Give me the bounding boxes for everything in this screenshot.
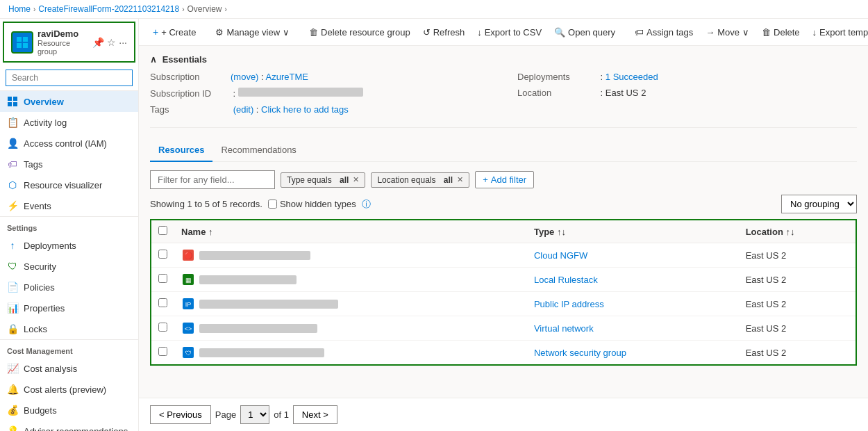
page-select[interactable]: 1 — [240, 405, 269, 424]
table-row: 🔴 Cloud NGFW East US 2 — [151, 243, 856, 268]
breadcrumb-create-firewall[interactable]: CreateFirewallForm-20221103214218 — [38, 4, 179, 14]
export-template-button[interactable]: ↓ Export template — [807, 24, 868, 41]
row-type-link-3[interactable]: Virtual network — [534, 323, 594, 334]
tab-resources[interactable]: Resources — [150, 139, 212, 162]
events-icon: ⚡ — [7, 200, 18, 211]
pin-icon[interactable]: 📌 — [92, 37, 104, 48]
table-row: <> Virtual network East US 2 — [151, 316, 856, 341]
search-input[interactable] — [6, 70, 133, 86]
row-name-blurred-0 — [199, 251, 310, 260]
sidebar-item-locks[interactable]: 🔒 Locks — [0, 318, 138, 339]
location-filter-close[interactable]: ✕ — [457, 175, 463, 184]
row-checkbox-2[interactable] — [158, 298, 167, 307]
row-name-blurred-3 — [199, 324, 317, 333]
breadcrumb-home[interactable]: Home — [8, 4, 31, 14]
security-icon: 🛡 — [7, 261, 18, 272]
row-checkbox-0[interactable] — [158, 250, 167, 259]
delete-button[interactable]: 🗑 Delete — [756, 24, 806, 41]
sidebar-item-tags[interactable]: 🏷 Tags — [0, 154, 138, 174]
sidebar-item-cost-alerts[interactable]: 🔔 Cost alerts (preview) — [0, 379, 138, 400]
header-type[interactable]: Type ↑↓ — [527, 220, 739, 243]
row-type-link-4[interactable]: Network security group — [534, 348, 626, 358]
table-row: IP Public IP address East US 2 — [151, 292, 856, 316]
records-bar: Showing 1 to 5 of 5 records. Show hidden… — [150, 195, 857, 213]
row-checkbox-cell-2 — [151, 292, 174, 316]
row-checkbox-3[interactable] — [158, 323, 167, 332]
select-all-checkbox[interactable] — [158, 226, 167, 235]
sidebar-item-policies-label: Policies — [24, 282, 55, 293]
more-icon[interactable]: ··· — [119, 37, 127, 48]
row-type-link-1[interactable]: Local Rulestack — [534, 275, 598, 285]
tab-recommendations[interactable]: Recommendations — [212, 139, 304, 162]
sidebar-item-overview[interactable]: Overview — [0, 91, 138, 112]
sidebar-item-resource-visualizer[interactable]: ⬡ Resource visualizer — [0, 174, 138, 195]
export-csv-label: Export to CSV — [485, 27, 542, 38]
previous-button[interactable]: < Previous — [150, 405, 211, 424]
sidebar-item-security[interactable]: 🛡 Security — [0, 256, 138, 277]
open-query-label: Open query — [568, 27, 615, 38]
sidebar-item-activity-log[interactable]: 📋 Activity log — [0, 112, 138, 133]
refresh-button[interactable]: ↺ Refresh — [417, 24, 471, 41]
deployments-value: : 1 Succeeded — [598, 72, 658, 82]
sidebar-item-iam[interactable]: 👤 Access control (IAM) — [0, 133, 138, 154]
star-icon[interactable]: ☆ — [107, 37, 116, 48]
essentials-toggle-icon[interactable]: ∧ — [150, 54, 157, 65]
export-csv-icon: ↓ — [477, 27, 482, 38]
header-name[interactable]: Name ↑ — [174, 220, 527, 243]
next-button[interactable]: Next > — [293, 405, 337, 424]
tags-edit-link[interactable]: (edit) — [233, 104, 254, 115]
row-name-blurred-2 — [199, 300, 338, 309]
sidebar-item-policies[interactable]: 📄 Policies — [0, 277, 138, 298]
deployments-link[interactable]: 1 Succeeded — [606, 72, 658, 82]
show-hidden-label[interactable]: Show hidden types — [268, 199, 356, 209]
location-label: Location — [517, 88, 594, 98]
export-csv-button[interactable]: ↓ Export to CSV — [471, 24, 547, 41]
move-label: Move — [717, 27, 740, 38]
header-location[interactable]: Location ↑↓ — [739, 220, 856, 243]
sidebar-item-events[interactable]: ⚡ Events — [0, 195, 138, 216]
location-value: : East US 2 — [598, 88, 646, 98]
subscription-name-link[interactable]: AzureTME — [266, 72, 308, 82]
budgets-icon: 💰 — [7, 405, 18, 416]
sidebar-item-properties[interactable]: 📊 Properties — [0, 298, 138, 318]
sidebar-resource-header: raviDemo Resource group 📌 ☆ ··· — [3, 22, 135, 63]
move-button[interactable]: → Move ∨ — [700, 24, 755, 41]
assign-tags-icon: 🏷 — [635, 27, 644, 38]
row-type-link-2[interactable]: Public IP address — [534, 299, 604, 309]
grouping-select[interactable]: No grouping — [781, 195, 857, 213]
sidebar-item-deployments[interactable]: ↑ Deployments — [0, 235, 138, 256]
breadcrumb-sep2: › — [182, 6, 184, 13]
properties-icon: 📊 — [7, 302, 18, 314]
sidebar: raviDemo Resource group 📌 ☆ ··· Overview… — [0, 19, 139, 431]
open-query-button[interactable]: 🔍 Open query — [549, 24, 621, 41]
filter-input[interactable] — [150, 170, 275, 189]
manage-view-button[interactable]: ⚙ Manage view ∨ — [210, 24, 295, 41]
deployments-label: Deployments — [517, 72, 594, 82]
row-checkbox-1[interactable] — [158, 274, 167, 283]
create-icon: + — [153, 26, 158, 38]
resource-logo — [11, 31, 33, 54]
delete-rg-button[interactable]: 🗑 Delete resource group — [303, 24, 416, 41]
row-name-cell-3: <> — [174, 316, 527, 341]
assign-tags-button[interactable]: 🏷 Assign tags — [629, 24, 699, 41]
row-type-link-0[interactable]: Cloud NGFW — [534, 250, 587, 261]
header-checkbox-col — [151, 220, 174, 243]
create-button[interactable]: + + Create — [147, 23, 201, 41]
tags-add-link[interactable]: Click here to add tags — [261, 104, 349, 115]
type-filter-close[interactable]: ✕ — [353, 175, 359, 184]
subscription-label: Subscription — [150, 72, 226, 82]
page-content: ∧ Essentials Subscription (move) : Azure… — [139, 46, 868, 398]
svg-text:▦: ▦ — [185, 277, 192, 284]
add-filter-button[interactable]: + Add filter — [475, 171, 534, 188]
sidebar-item-budgets[interactable]: 💰 Budgets — [0, 400, 138, 421]
subscription-move-link[interactable]: (move) — [231, 72, 258, 82]
row-checkbox-4[interactable] — [158, 347, 167, 356]
sidebar-item-advisor[interactable]: 💡 Advisor recommendations — [0, 421, 138, 431]
move-icon: → — [706, 27, 715, 38]
cost-alerts-icon: 🔔 — [7, 384, 18, 395]
sidebar-item-cost-analysis[interactable]: 📈 Cost analysis — [0, 358, 138, 379]
assign-tags-label: Assign tags — [646, 27, 693, 38]
page-of: of 1 — [274, 409, 289, 420]
svg-rect-7 — [13, 102, 17, 106]
show-hidden-checkbox[interactable] — [268, 200, 277, 209]
